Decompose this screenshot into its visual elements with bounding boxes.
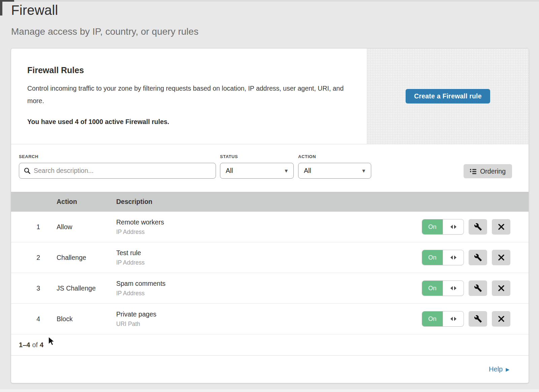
edit-rule-button[interactable] <box>469 250 487 265</box>
wrench-icon <box>474 253 482 262</box>
triangle-left-icon <box>450 255 453 260</box>
rule-description-cell: Private pages URI Path <box>116 310 417 328</box>
close-icon <box>498 254 504 261</box>
ordering-button[interactable]: Ordering <box>464 164 512 178</box>
search-input[interactable] <box>34 167 211 175</box>
search-icon <box>24 168 30 174</box>
status-select[interactable]: All ▼ <box>220 163 294 179</box>
overview-info: Firewall Rules Control incoming traffic … <box>11 49 367 144</box>
wrench-icon <box>474 284 482 292</box>
rule-match-type: IP Address <box>116 229 417 236</box>
delete-rule-button[interactable] <box>492 250 510 265</box>
pagination-row: 1–4 of 4 <box>11 334 529 356</box>
page-header: Firewall Manage access by IP, country, o… <box>11 3 198 37</box>
action-selected-value: All <box>304 167 311 175</box>
close-icon <box>498 224 504 230</box>
caret-down-icon: ▼ <box>284 168 289 173</box>
rule-description: Remote workers <box>116 218 417 226</box>
rule-description: Test rule <box>116 249 417 257</box>
toggle-on-label: On <box>422 219 443 234</box>
status-label: STATUS <box>220 154 238 159</box>
rule-description-cell: Test rule IP Address <box>116 249 417 266</box>
rule-number: 3 <box>11 284 57 292</box>
toggle-arrows-icon[interactable] <box>443 250 464 265</box>
rule-enabled-toggle[interactable]: On <box>422 280 464 296</box>
overview-section: Firewall Rules Control incoming traffic … <box>11 49 529 144</box>
create-rule-panel: Create a Firewall rule <box>367 49 529 144</box>
window-top-edge <box>0 0 539 2</box>
table-row: 2 Challenge Test rule IP Address On <box>11 242 529 273</box>
overview-description: Control incoming traffic to your zone by… <box>27 82 351 107</box>
rule-number: 4 <box>11 315 57 323</box>
triangle-right-icon <box>454 255 456 260</box>
toggle-on-label: On <box>422 281 443 296</box>
rule-enabled-toggle[interactable]: On <box>422 250 464 265</box>
action-label: ACTION <box>298 154 316 159</box>
edit-rule-button[interactable] <box>469 280 487 296</box>
triangle-right-icon <box>454 225 456 229</box>
ordering-button-label: Ordering <box>480 168 506 175</box>
toggle-on-label: On <box>422 250 443 265</box>
firewall-rules-card: Firewall Rules Control incoming traffic … <box>11 48 529 383</box>
action-select[interactable]: All ▼ <box>298 163 371 179</box>
rule-description: Private pages <box>116 310 417 318</box>
triangle-left-icon <box>450 286 453 290</box>
rule-controls: On <box>417 250 529 265</box>
search-label: SEARCH <box>19 154 38 159</box>
wrench-icon <box>474 223 482 231</box>
toggle-arrows-icon[interactable] <box>443 281 464 296</box>
create-firewall-rule-button[interactable]: Create a Firewall rule <box>406 89 490 103</box>
help-link[interactable]: Help ▶ <box>489 365 509 373</box>
help-row: Help ▶ <box>11 356 529 383</box>
triangle-right-icon <box>454 286 456 290</box>
table-row: 3 JS Challenge Spam comments IP Address … <box>11 273 529 304</box>
pagination-of: of <box>32 341 38 349</box>
help-link-label: Help <box>489 365 503 373</box>
edit-rule-button[interactable] <box>469 311 487 327</box>
window-corner-artifact <box>0 0 14 2</box>
table-row: 4 Block Private pages URI Path On <box>11 304 529 334</box>
rule-match-type: URI Path <box>116 321 417 328</box>
rule-description: Spam comments <box>116 280 417 288</box>
triangle-left-icon <box>450 225 453 229</box>
rule-controls: On <box>417 219 529 235</box>
overview-heading: Firewall Rules <box>27 65 353 75</box>
rule-enabled-toggle[interactable]: On <box>422 311 464 327</box>
arrow-right-icon: ▶ <box>506 367 509 372</box>
delete-rule-button[interactable] <box>492 280 510 296</box>
rule-description-cell: Spam comments IP Address <box>116 280 417 297</box>
caret-down-icon: ▼ <box>361 168 366 173</box>
column-header-action: Action <box>57 198 116 206</box>
search-box[interactable] <box>19 163 216 179</box>
window-bottom-edge <box>0 389 539 392</box>
toggle-on-label: On <box>422 311 443 326</box>
delete-rule-button[interactable] <box>492 311 510 327</box>
triangle-right-icon <box>454 317 456 321</box>
wrench-icon <box>474 315 482 323</box>
rule-action: Allow <box>57 223 116 231</box>
status-selected-value: All <box>226 167 233 175</box>
toggle-arrows-icon[interactable] <box>443 311 464 326</box>
rule-description-cell: Remote workers IP Address <box>116 218 417 236</box>
page-title: Firewall <box>11 3 198 18</box>
toggle-arrows-icon[interactable] <box>443 219 464 234</box>
ordering-list-icon <box>470 169 476 174</box>
usage-summary: You have used 4 of 1000 active Firewall … <box>27 118 353 126</box>
rule-match-type: IP Address <box>116 259 417 266</box>
rule-match-type: IP Address <box>116 290 417 297</box>
rule-number: 1 <box>11 223 57 231</box>
triangle-left-icon <box>450 317 453 321</box>
table-header: Action Description <box>11 192 529 212</box>
close-icon <box>498 285 504 291</box>
rule-controls: On <box>417 280 529 296</box>
page-subtitle: Manage access by IP, country, or query r… <box>11 26 198 37</box>
edit-rule-button[interactable] <box>469 219 487 235</box>
rule-number: 2 <box>11 254 57 262</box>
close-icon <box>498 316 504 322</box>
pagination-range: 1–4 <box>19 341 30 349</box>
delete-rule-button[interactable] <box>492 219 510 235</box>
rule-enabled-toggle[interactable]: On <box>422 219 464 235</box>
rule-action: Challenge <box>57 254 116 262</box>
filters-section: SEARCH STATUS All ▼ ACTION All ▼ <box>11 144 529 192</box>
rules-list: 1 Allow Remote workers IP Address On <box>11 212 529 334</box>
